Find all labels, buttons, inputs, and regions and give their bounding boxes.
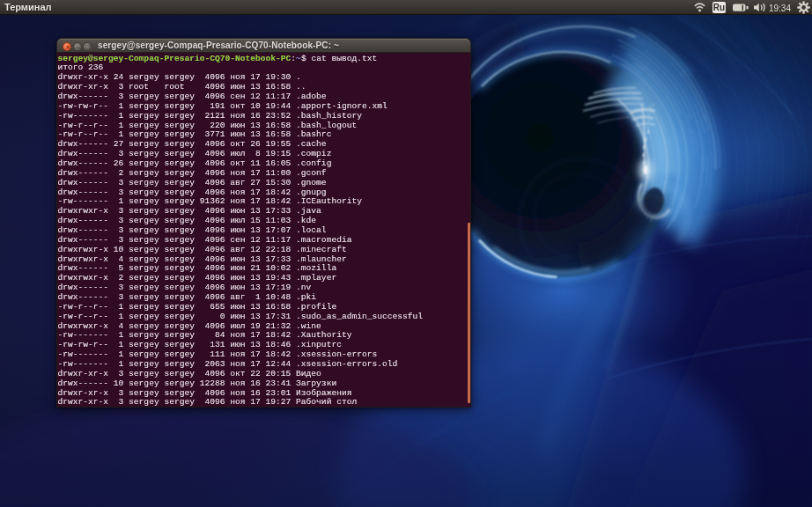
svg-text:Ru: Ru [713, 3, 725, 12]
